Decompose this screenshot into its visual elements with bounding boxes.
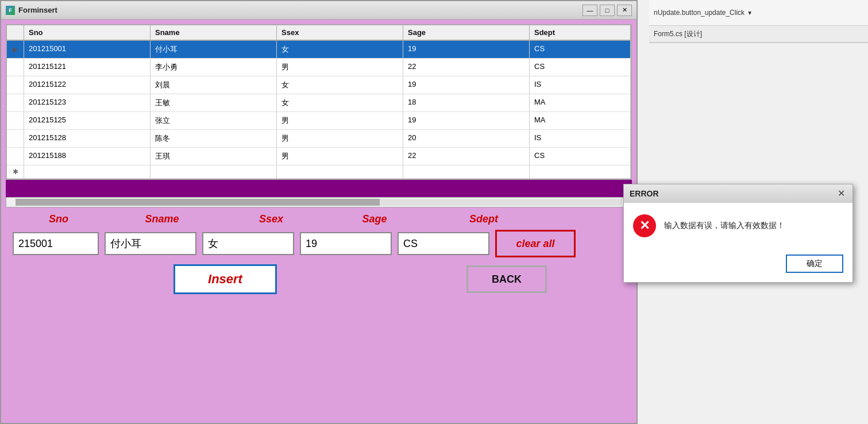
window-title: Forminsert bbox=[18, 6, 57, 14]
input-sage[interactable] bbox=[300, 232, 392, 255]
ide-tab[interactable]: Form5.cs [设计] bbox=[649, 26, 868, 43]
cell-sname: 刘晨 bbox=[151, 76, 277, 94]
minimize-button[interactable]: — bbox=[582, 5, 597, 16]
close-button[interactable]: ✕ bbox=[617, 5, 632, 16]
cell-sname: 李小勇 bbox=[151, 59, 277, 76]
title-bar: F Forminsert — □ ✕ bbox=[1, 1, 636, 20]
new-row-indicator: ✱ bbox=[7, 165, 24, 178]
cell-sage: 19 bbox=[403, 112, 530, 129]
row-indicator bbox=[7, 59, 24, 76]
row-indicator bbox=[7, 76, 24, 94]
input-sname[interactable] bbox=[105, 232, 196, 255]
row-indicator: ▶ bbox=[7, 41, 24, 58]
horizontal-scrollbar[interactable] bbox=[6, 197, 632, 207]
cell-sno: 201215128 bbox=[24, 130, 151, 147]
cell-sage: 18 bbox=[403, 94, 530, 111]
col-ssex: Ssex bbox=[277, 25, 403, 40]
cell-sage: 22 bbox=[403, 148, 530, 165]
input-sdept[interactable] bbox=[398, 232, 489, 255]
error-title: ERROR bbox=[630, 189, 659, 198]
insert-button[interactable]: Insert bbox=[173, 264, 277, 294]
clear-all-button[interactable]: clear all bbox=[495, 230, 576, 257]
cell-ssex: 女 bbox=[277, 41, 403, 58]
ide-dropdown-icon[interactable]: ▼ bbox=[747, 10, 753, 16]
form-labels: Sno Sname Ssex Sage Sdept bbox=[13, 213, 625, 225]
ide-toolbar-text: nUpdate.button_update_Click bbox=[654, 9, 744, 17]
label-sage: Sage bbox=[323, 213, 426, 225]
error-message: 输入数据有误，请输入有效数据！ bbox=[664, 221, 785, 231]
cell-sname: 王琪 bbox=[151, 148, 277, 165]
cell-sdept: CS bbox=[530, 41, 631, 58]
error-title-bar: ERROR ✕ bbox=[624, 184, 852, 203]
title-bar-left: F Forminsert bbox=[6, 6, 57, 15]
cell-sage: 19 bbox=[403, 41, 530, 58]
form-inputs: clear all bbox=[13, 230, 625, 257]
error-close-button[interactable]: ✕ bbox=[835, 188, 847, 199]
cell-sno: 201215125 bbox=[24, 112, 151, 129]
col-indicator bbox=[7, 25, 24, 40]
label-sname: Sname bbox=[105, 213, 219, 225]
error-circle-icon: ✕ bbox=[633, 214, 656, 237]
purple-bar bbox=[6, 180, 632, 197]
table-row[interactable]: 201215121 李小勇 男 22 CS bbox=[7, 59, 631, 76]
row-indicator bbox=[7, 148, 24, 165]
table-row[interactable]: ▶ 201215001 付小耳 女 19 CS bbox=[7, 41, 631, 59]
cell-sno: 201215121 bbox=[24, 59, 151, 76]
app-icon: F bbox=[6, 6, 15, 15]
cell-sdept: MA bbox=[530, 94, 631, 111]
col-sage: Sage bbox=[403, 25, 530, 40]
cell-sdept: CS bbox=[530, 148, 631, 165]
table-new-row[interactable]: ✱ bbox=[7, 165, 631, 179]
cell-sdept: IS bbox=[530, 130, 631, 147]
label-sdept: Sdept bbox=[426, 213, 541, 225]
table-row[interactable]: 201215123 王敏 女 18 MA bbox=[7, 94, 631, 112]
cell-sage: 19 bbox=[403, 76, 530, 94]
cell-sname: 张立 bbox=[151, 112, 277, 129]
form-buttons: Insert BACK bbox=[13, 264, 625, 294]
row-indicator bbox=[7, 130, 24, 147]
cell-ssex: 女 bbox=[277, 76, 403, 94]
error-footer: 确定 bbox=[624, 249, 852, 282]
cell-sname: 王敏 bbox=[151, 94, 277, 111]
col-sdept: Sdept bbox=[530, 25, 631, 40]
cell-sdept: CS bbox=[530, 59, 631, 76]
datagrid: Sno Sname Ssex Sage Sdept ▶ 201215001 付小… bbox=[6, 24, 632, 180]
cell-ssex: 男 bbox=[277, 59, 403, 76]
form-bottom: Sno Sname Ssex Sage Sdept clear all Inse… bbox=[1, 207, 636, 300]
cell-sage: 22 bbox=[403, 59, 530, 76]
cell-sno: 201215188 bbox=[24, 148, 151, 165]
maximize-button[interactable]: □ bbox=[600, 5, 615, 16]
form-window: F Forminsert — □ ✕ Sno Sname Ssex Sage S… bbox=[0, 0, 638, 424]
input-sno[interactable] bbox=[13, 232, 99, 255]
ide-tab-label: Form5.cs [设计] bbox=[654, 29, 702, 39]
table-row[interactable]: 201215188 王琪 男 22 CS bbox=[7, 148, 631, 165]
table-row[interactable]: 201215122 刘晨 女 19 IS bbox=[7, 76, 631, 94]
label-ssex: Ssex bbox=[219, 213, 323, 225]
col-sno: Sno bbox=[24, 25, 151, 40]
cell-sno: 201215123 bbox=[24, 94, 151, 111]
error-dialog: ERROR ✕ ✕ 输入数据有误，请输入有效数据！ 确定 bbox=[623, 184, 853, 283]
datagrid-body: ▶ 201215001 付小耳 女 19 CS 201215121 李小勇 男 … bbox=[7, 41, 631, 179]
cell-sname: 付小耳 bbox=[151, 41, 277, 58]
table-row[interactable]: 201215125 张立 男 19 MA bbox=[7, 112, 631, 130]
cell-sname: 陈冬 bbox=[151, 130, 277, 147]
scrollbar-track[interactable] bbox=[16, 199, 622, 206]
table-row[interactable]: 201215128 陈冬 男 20 IS bbox=[7, 130, 631, 148]
cell-sdept: MA bbox=[530, 112, 631, 129]
ok-button[interactable]: 确定 bbox=[786, 255, 843, 273]
cell-ssex: 男 bbox=[277, 148, 403, 165]
datagrid-header: Sno Sname Ssex Sage Sdept bbox=[7, 25, 631, 41]
ide-toolbar: nUpdate.button_update_Click ▼ bbox=[649, 0, 868, 26]
back-button[interactable]: BACK bbox=[466, 265, 547, 293]
title-controls: — □ ✕ bbox=[582, 5, 632, 16]
cell-ssex: 男 bbox=[277, 112, 403, 129]
cell-sdept: IS bbox=[530, 76, 631, 94]
error-body: ✕ 输入数据有误，请输入有效数据！ bbox=[624, 203, 852, 249]
cell-ssex: 男 bbox=[277, 130, 403, 147]
scrollbar-thumb[interactable] bbox=[16, 199, 380, 206]
input-ssex[interactable] bbox=[202, 232, 294, 255]
cell-sno: 201215122 bbox=[24, 76, 151, 94]
cell-sno: 201215001 bbox=[24, 41, 151, 58]
cell-sage: 20 bbox=[403, 130, 530, 147]
row-indicator bbox=[7, 112, 24, 129]
